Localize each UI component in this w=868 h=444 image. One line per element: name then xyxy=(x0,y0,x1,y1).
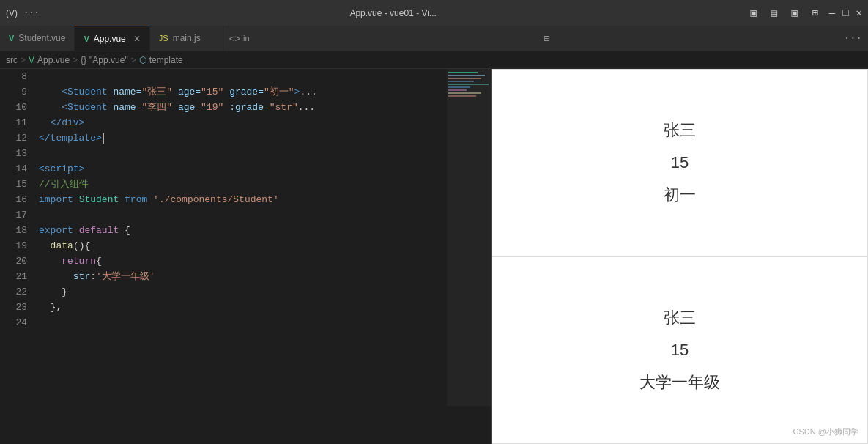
preview-card2-grade: 大学一年级 xyxy=(639,371,720,393)
preview-card-1: 张三 15 初一 xyxy=(492,69,868,256)
menu-label[interactable]: (V) xyxy=(6,8,18,18)
svg-rect-9 xyxy=(448,95,476,97)
vue-icon-app: V xyxy=(84,34,89,43)
breadcrumb: src > V App.vue > {} "App.vue" > ⬡ templ… xyxy=(0,51,868,69)
line-numbers: 8 9 10 11 12 13 14 15 16 17 18 19 20 21 … xyxy=(0,69,33,444)
title-bar: (V) ··· App.vue - vue01 - Vi... ▣ ▤ ▣ ⊞ … xyxy=(0,0,868,26)
breadcrumb-appvue: App.vue xyxy=(37,55,70,65)
svg-rect-7 xyxy=(448,89,467,91)
code-line-18: export default { xyxy=(39,223,447,238)
preview-card2-name: 张三 xyxy=(664,307,696,329)
line-num-9: 9 xyxy=(0,84,27,100)
tab-layout-icon[interactable]: ⊟ xyxy=(538,26,555,51)
layout-icon-4[interactable]: ⊞ xyxy=(809,7,822,20)
line-num-16: 16 xyxy=(0,192,27,207)
editor-content: 8 9 10 11 12 13 14 15 16 17 18 19 20 21 … xyxy=(0,69,491,444)
line-num-8: 8 xyxy=(0,69,27,84)
line-num-15: 15 xyxy=(0,177,27,192)
svg-rect-8 xyxy=(448,92,481,94)
svg-rect-5 xyxy=(448,84,489,85)
line-num-17: 17 xyxy=(0,207,27,223)
breadcrumb-template-icon: ⬡ xyxy=(139,55,146,65)
tab-student[interactable]: V Student.vue xyxy=(0,26,75,51)
layout-icon-3[interactable]: ▣ xyxy=(788,7,801,20)
breadcrumb-appvue-quote: "App.vue" xyxy=(89,55,128,65)
preview-card1-age: 15 xyxy=(671,153,689,172)
breadcrumb-sep3: > xyxy=(131,55,136,65)
maximize-button[interactable]: □ xyxy=(842,7,848,19)
vue-icon-student: V xyxy=(9,34,14,42)
line-num-11: 11 xyxy=(0,115,27,130)
breadcrumb-sep1: > xyxy=(21,55,26,65)
code-area[interactable]: <Student name="张三" age="15" grade="初一">.… xyxy=(33,69,447,444)
preview-card1-grade: 初一 xyxy=(664,184,696,206)
line-num-23: 23 xyxy=(0,300,27,315)
window-controls: ▣ ▤ ▣ ⊞ — □ ✕ xyxy=(747,7,862,20)
menu-dots[interactable]: ··· xyxy=(23,8,40,18)
tab-label-student: Student.vue xyxy=(18,33,65,43)
window-title: App.vue - vue01 - Vi... xyxy=(45,8,741,18)
minimize-button[interactable]: — xyxy=(829,7,835,19)
editor: 8 9 10 11 12 13 14 15 16 17 18 19 20 21 … xyxy=(0,69,491,444)
tab-split-icon: <> xyxy=(229,33,240,44)
code-line-14: <script> xyxy=(39,161,447,177)
svg-rect-3 xyxy=(448,78,481,79)
breadcrumb-braces: {} xyxy=(81,55,86,65)
svg-rect-2 xyxy=(448,75,485,76)
code-line-22: } xyxy=(39,284,447,300)
preview-card1-name: 张三 xyxy=(664,119,696,141)
line-num-14: 14 xyxy=(0,161,27,177)
preview-card-2: 张三 15 大学一年级 CSDN @小狮同学 xyxy=(492,256,868,444)
tab-close-app[interactable]: ✕ xyxy=(133,34,141,44)
code-line-8 xyxy=(39,69,447,84)
code-line-20: return{ xyxy=(39,254,447,269)
svg-rect-4 xyxy=(448,81,474,82)
breadcrumb-sep2: > xyxy=(73,55,78,65)
preview-panel: 张三 15 初一 张三 15 大学一年级 CSDN @小狮同学 xyxy=(492,69,868,444)
preview-card2-age: 15 xyxy=(671,341,689,360)
watermark: CSDN @小狮同学 xyxy=(793,426,858,437)
code-line-12: </template> xyxy=(39,130,447,146)
tab-app[interactable]: V App.vue ✕ xyxy=(75,26,149,51)
tab-label-main: main.js xyxy=(173,33,201,43)
line-num-21: 21 xyxy=(0,269,27,284)
code-line-23: }, xyxy=(39,300,447,315)
tab-label-app: App.vue xyxy=(94,34,126,44)
svg-rect-1 xyxy=(448,72,478,73)
breadcrumb-src: src xyxy=(6,55,18,65)
svg-rect-6 xyxy=(448,86,470,88)
line-num-20: 20 xyxy=(0,254,27,269)
tab-more-button[interactable]: ··· xyxy=(838,26,868,51)
code-line-21: str:'大学一年级' xyxy=(39,269,447,284)
tab-in[interactable]: <> in xyxy=(223,26,256,51)
line-num-19: 19 xyxy=(0,238,27,254)
code-line-13 xyxy=(39,146,447,161)
close-button[interactable]: ✕ xyxy=(856,7,862,19)
breadcrumb-vue-icon: V xyxy=(29,55,34,65)
line-num-18: 18 xyxy=(0,223,27,238)
line-num-22: 22 xyxy=(0,284,27,300)
code-line-16: import Student from './components/Studen… xyxy=(39,192,447,207)
code-line-24 xyxy=(39,315,447,330)
line-num-24: 24 xyxy=(0,315,27,330)
minimap xyxy=(447,69,491,444)
main-area: 8 9 10 11 12 13 14 15 16 17 18 19 20 21 … xyxy=(0,69,868,444)
code-line-11: </div> xyxy=(39,115,447,130)
code-line-9: <Student name="张三" age="15" grade="初一">.… xyxy=(39,84,447,100)
tab-bar: V Student.vue V App.vue ✕ JS main.js <> … xyxy=(0,26,868,51)
code-line-19: data(){ xyxy=(39,238,447,254)
line-num-12: 12 xyxy=(0,130,27,146)
layout-icon-1[interactable]: ▣ xyxy=(747,7,760,20)
js-icon-main: JS xyxy=(159,34,168,42)
code-line-17 xyxy=(39,207,447,223)
line-num-13: 13 xyxy=(0,146,27,161)
layout-icon-2[interactable]: ▤ xyxy=(768,7,781,20)
code-line-15: //引入组件 xyxy=(39,177,447,192)
tab-main[interactable]: JS main.js xyxy=(150,26,223,51)
line-num-10: 10 xyxy=(0,100,27,115)
breadcrumb-template: template xyxy=(149,55,183,65)
tab-in-label: in xyxy=(243,34,250,42)
svg-rect-0 xyxy=(447,69,491,406)
code-line-10: <Student name="李四" age="19" :grade="str"… xyxy=(39,100,447,115)
